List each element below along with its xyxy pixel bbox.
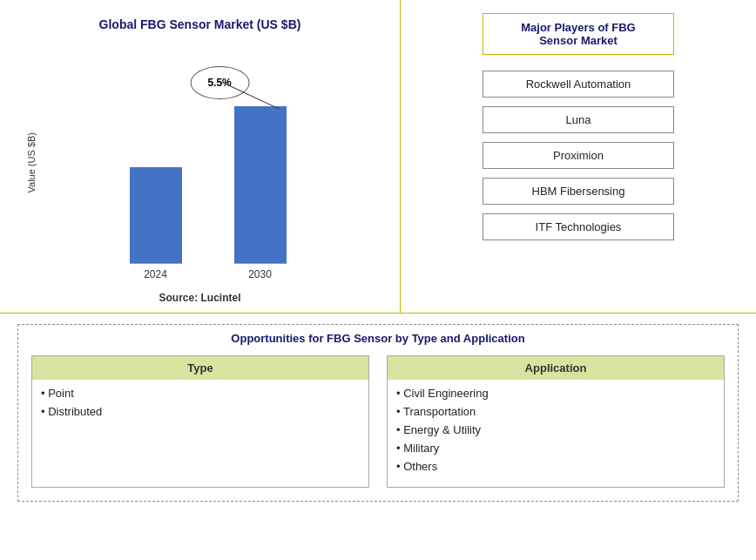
app-item-5: • Others (396, 460, 715, 473)
application-items: • Civil Engineering • Transportation • E… (388, 387, 724, 473)
chart-title: Global FBG Sensor Market (US $B) (99, 17, 301, 31)
application-column: Application • Civil Engineering • Transp… (387, 355, 725, 488)
bars-container: 5.5% 2024 2030 (42, 40, 374, 285)
player-4: HBM Fibersensing (483, 178, 674, 205)
type-item-2: • Distributed (41, 405, 360, 418)
y-axis-label: Value (US $B) (26, 132, 37, 193)
bottom-section: Opportunities for FBG Sensor by Type and… (0, 314, 756, 510)
opportunities-title: Opportunities for FBG Sensor by Type and… (31, 332, 725, 345)
player-1: Rockwell Automation (483, 71, 674, 98)
app-item-1: • Civil Engineering (396, 387, 715, 400)
app-item-2: • Transportation (396, 405, 715, 418)
top-section: Global FBG Sensor Market (US $B) Value (… (0, 0, 756, 314)
type-header: Type (32, 356, 368, 380)
bar-group-2030: 2030 (234, 106, 287, 280)
x-axis-2030 (234, 263, 287, 264)
opportunities-box: Opportunities for FBG Sensor by Type and… (17, 324, 739, 502)
players-area: Major Players of FBG Sensor Market Rockw… (401, 0, 756, 313)
chart-area: Global FBG Sensor Market (US $B) Value (… (0, 0, 401, 313)
chart-inner: 5.5% 2024 2030 (42, 40, 374, 285)
source-text: Source: Lucintel (159, 292, 240, 304)
type-item-1: • Point (41, 387, 360, 400)
chart-wrapper: Value (US $B) 5.5% 2024 (26, 40, 374, 285)
x-axis-2024 (130, 263, 182, 264)
bar-2024 (130, 167, 182, 263)
app-item-4: • Military (396, 442, 715, 455)
player-3: Proximion (483, 142, 674, 169)
app-item-3: • Energy & Utility (396, 423, 715, 436)
cagr-bubble: 5.5% (190, 66, 249, 99)
player-2: Luna (483, 106, 674, 133)
bar-label-2024: 2024 (144, 268, 167, 280)
bar-label-2030: 2030 (248, 268, 272, 280)
bar-group-2024: 2024 (130, 167, 182, 280)
players-title: Major Players of FBG Sensor Market (483, 13, 674, 55)
cagr-value: 5.5% (207, 77, 231, 89)
type-column: Type • Point • Distributed (31, 355, 369, 488)
opp-columns: Type • Point • Distributed Application •… (31, 355, 725, 488)
bar-2030 (234, 106, 287, 263)
type-items: • Point • Distributed (32, 387, 368, 418)
player-5: ITF Technologies (483, 213, 674, 240)
application-header: Application (388, 356, 724, 380)
